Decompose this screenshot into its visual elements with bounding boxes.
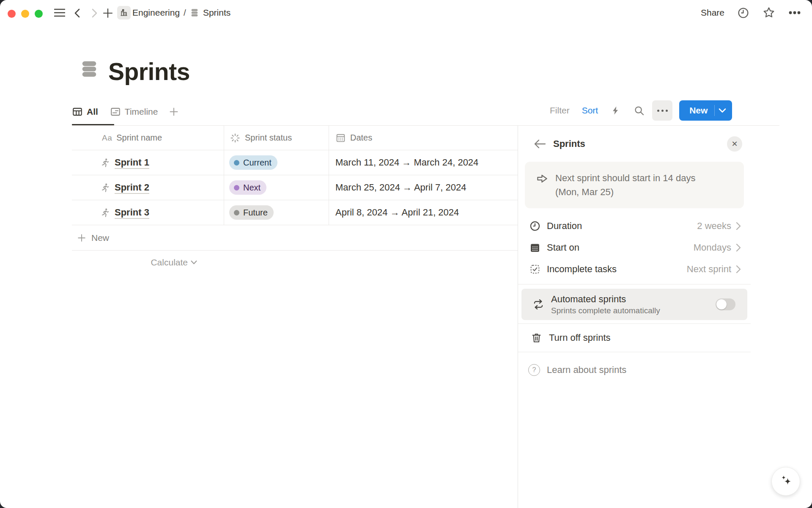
arrow-right-outline-icon [536,171,549,199]
table-row[interactable]: Sprint 3 Future April 8, 2024 → April 21… [72,200,518,225]
callout-line2: (Mon, Mar 25) [555,187,614,197]
new-button[interactable]: New [679,100,732,121]
setting-row-start-on[interactable]: Start on Mondays [525,237,744,258]
calculate-label: Calculate [151,257,188,268]
chevron-right-icon [735,265,741,274]
database-icon [190,8,199,17]
date-range[interactable]: March 11, 2024 → March 24, 2024 [335,157,478,168]
setting-row-incomplete-tasks[interactable]: Incomplete tasks Next sprint [525,258,744,280]
column-header-dates[interactable]: Dates [329,126,518,150]
nav-back-icon[interactable] [73,8,82,18]
panel-close-button[interactable]: ✕ [727,136,742,152]
automated-sprints-description: Sprints complete automatically [551,306,660,315]
page-title[interactable]: Sprints [108,58,190,85]
status-pill-current[interactable]: Current [229,155,277,170]
sprint-name-link[interactable]: Sprint 1 [115,157,149,168]
new-page-icon[interactable] [103,8,113,18]
trash-icon [531,332,542,344]
add-view-icon[interactable] [169,107,179,117]
sprint-runner-icon [100,207,111,218]
panel-divider [518,284,751,284]
table-row[interactable]: Sprint 2 Next March 25, 2024 → April 7, … [72,175,518,200]
window-close-button[interactable] [8,10,16,18]
sprint-runner-icon [100,157,111,168]
sprint-settings-panel: Sprints ✕ Next sprint should start in 14… [518,126,751,508]
filter-button[interactable]: Filter [550,105,570,116]
column-label: Sprint status [245,133,292,143]
more-options-icon[interactable] [788,11,801,15]
breadcrumb: Engineering / Sprints [132,0,230,25]
view-options-button[interactable] [652,100,672,121]
notion-ai-button[interactable] [771,467,800,496]
tab-timeline[interactable]: Timeline [110,106,158,117]
chevron-right-icon [735,221,741,231]
setting-value: 2 weeks [697,221,731,232]
setting-value: Mondays [694,242,731,253]
repeat-icon [532,298,545,310]
sprint-name-link[interactable]: Sprint 3 [115,207,149,218]
status-label: Current [243,158,272,168]
turn-off-sprints-button[interactable]: Turn off sprints [525,324,744,352]
learn-about-sprints-label: Learn about sprints [547,364,626,375]
automated-sprints-row[interactable]: Automated sprints Sprints complete autom… [521,289,747,320]
question-icon: ? [528,364,540,376]
nav-forward-icon[interactable] [90,8,99,18]
status-pill-future[interactable]: Future [229,205,274,220]
status-pill-next[interactable]: Next [229,180,266,195]
status-dot [234,210,239,215]
teamspace-icon[interactable] [117,6,131,19]
updates-clock-icon[interactable] [737,7,749,19]
sprint-settings-rows: Duration 2 weeks Start on Mondays Incomp… [525,215,744,280]
titlebar: Engineering / Sprints Share [0,0,812,25]
sidebar-menu-icon[interactable] [54,8,65,17]
new-dropdown-chevron-icon[interactable] [715,108,731,113]
panel-title: Sprints [553,138,585,149]
setting-row-duration[interactable]: Duration 2 weeks [525,215,744,237]
table-row[interactable]: Sprint 1 Current March 11, 2024 → March … [72,150,518,175]
clock-icon [529,220,541,232]
tab-all[interactable]: All [72,106,98,117]
breadcrumb-separator: / [184,8,186,18]
automated-sprints-toggle[interactable] [716,298,735,310]
search-icon[interactable] [634,105,645,116]
table-view-icon [72,106,83,117]
automated-sprints-label: Automated sprints [551,294,660,305]
table-header-row: Aa Sprint name Sprint status Dates [72,126,518,150]
notion-window: Engineering / Sprints Share Sprints [0,0,812,508]
breadcrumb-workspace[interactable]: Engineering [132,8,180,18]
sprint-runner-icon [100,182,111,193]
automations-bolt-icon[interactable] [611,105,620,116]
turn-off-sprints-label: Turn off sprints [549,332,611,343]
date-range[interactable]: March 25, 2024 → April 7, 2024 [335,182,466,193]
new-row-button[interactable]: New [72,225,518,251]
view-tabs: All Timeline [72,102,179,122]
status-label: Next [243,183,261,193]
setting-value: Next sprint [687,264,731,275]
date-range[interactable]: April 8, 2024 → April 21, 2024 [335,207,459,218]
window-zoom-button[interactable] [35,10,43,18]
active-tab-underline [72,124,114,125]
panel-divider [518,352,751,352]
column-header-sprint-name[interactable]: Aa Sprint name [72,126,224,150]
setting-label: Start on [547,242,579,253]
column-header-sprint-status[interactable]: Sprint status [224,126,329,150]
window-minimize-button[interactable] [21,10,29,18]
new-button-label: New [679,105,708,116]
panel-back-icon[interactable] [533,139,547,149]
page-database-icon[interactable] [80,58,99,80]
breadcrumb-page[interactable]: Sprints [203,8,230,18]
status-dot [234,185,239,190]
tab-all-label: All [87,107,98,117]
share-button[interactable]: Share [701,8,724,18]
sort-button[interactable]: Sort [582,105,598,116]
next-sprint-callout: Next sprint should start in 14 days (Mon… [525,162,744,208]
text-property-icon: Aa [102,133,112,143]
calculate-button[interactable]: Calculate [72,251,224,274]
panel-header: Sprints ✕ [525,126,744,152]
learn-about-sprints-link[interactable]: ? Learn about sprints [525,360,744,380]
sprint-name-link[interactable]: Sprint 2 [115,182,149,193]
favorite-star-icon[interactable] [762,6,776,19]
callout-line1: Next sprint should start in 14 days [555,173,695,183]
calendar-icon [335,133,346,143]
column-label: Dates [350,133,372,143]
